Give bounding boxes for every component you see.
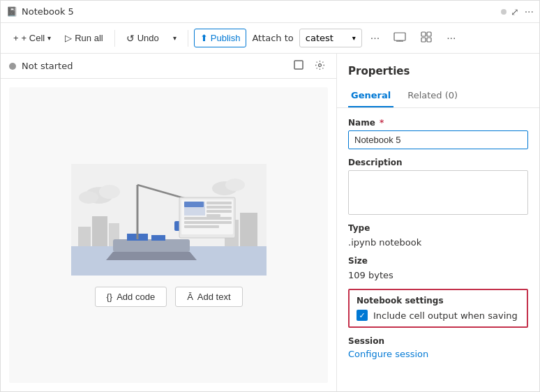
svg-rect-27 [207,202,232,204]
expand-icon[interactable]: ⤢ [511,6,519,17]
svg-point-39 [225,179,245,191]
chevron-down-icon-2: ▾ [173,34,177,42]
compute-icon [393,33,406,45]
status-dot [9,63,16,70]
svg-rect-0 [394,33,405,40]
svg-rect-4 [427,32,431,36]
svg-rect-7 [294,61,303,69]
publish-button[interactable]: ⬆ Publish [194,29,247,47]
attach-dropdown[interactable]: catest ▾ [299,29,362,47]
svg-rect-33 [184,225,219,228]
svg-rect-30 [207,214,220,217]
svg-rect-16 [113,239,190,252]
panel-body: Name * Description Type .ipynb notebook … [337,108,539,369]
notebook-settings-title: Notebook settings [357,296,520,306]
svg-point-37 [79,191,98,204]
illustration-area: {} Add code Ā Add text [9,87,328,383]
svg-rect-32 [184,221,232,224]
divider-1 [114,30,115,47]
cell-buttons: {} Add code Ā Add text [95,287,243,307]
undo-button[interactable]: ↺ Undo [121,29,165,47]
more-button-2[interactable]: ··· [441,29,461,48]
description-label: Description [348,158,528,167]
svg-rect-3 [421,32,426,36]
layout-icon-button[interactable] [414,27,438,50]
tab-related[interactable]: Related (0) [405,84,460,107]
status-bar: Not started [1,54,336,79]
name-input[interactable] [348,130,528,149]
stop-button[interactable] [291,59,306,74]
notebook-canvas: Not started [1,54,337,391]
status-actions [291,59,328,74]
svg-rect-29 [207,210,232,213]
svg-rect-19 [151,235,165,241]
notebook-illustration [71,164,267,276]
properties-panel: Properties General Related (0) Name * De… [337,54,539,391]
compute-icon-button[interactable] [388,27,412,50]
svg-rect-31 [184,217,232,220]
plus-icon: + [13,33,19,43]
attach-to-label: Attach to [249,33,296,43]
name-label: Name * [348,118,528,128]
chevron-down-icon: ▾ [47,34,51,42]
size-label: Size [348,256,528,266]
more-icon[interactable]: ··· [525,6,534,17]
divider-2 [188,30,188,47]
svg-rect-28 [207,206,232,209]
session-section: Session Configure session [348,336,528,359]
code-icon: {} [107,292,113,302]
toolbar: + + Cell ▾ ▷ Run all ↺ Undo ▾ ⬆ Publish … [1,23,539,54]
svg-rect-34 [184,202,204,207]
svg-rect-5 [421,38,426,42]
svg-point-8 [319,63,322,66]
type-label: Type [348,223,528,233]
panel-tabs: General Related (0) [337,84,539,108]
configure-session-link[interactable]: Configure session [348,349,528,359]
description-field-section: Description [348,158,528,215]
play-icon: ▷ [65,33,72,43]
window-title: Notebook 5 [22,6,494,17]
status-text: Not started [22,61,73,71]
include-output-label: Include cell output when saving [373,310,518,321]
type-value: .ipynb notebook [348,237,528,248]
size-value: 109 bytes [348,270,528,280]
upload-icon: ⬆ [200,33,208,43]
notebook-settings-box: Notebook settings Include cell output wh… [348,289,528,328]
svg-point-36 [99,185,120,199]
run-all-button[interactable]: ▷ Run all [59,29,108,47]
cell-button[interactable]: + + Cell ▾ [8,29,57,47]
notebook-icon: 📓 [6,6,17,17]
checkbox-row: Include cell output when saving [357,310,520,321]
size-field-section: Size 109 bytes [348,256,528,280]
add-code-button[interactable]: {} Add code [95,287,167,307]
panel-title: Properties [337,54,539,84]
name-field-section: Name * [348,118,528,149]
add-text-button[interactable]: Ā Add text [175,287,242,307]
include-output-checkbox[interactable] [357,310,368,321]
settings-button[interactable] [312,59,328,74]
type-field-section: Type .ipynb notebook [348,223,528,248]
more-button-1[interactable]: ··· [365,29,385,48]
window-actions: ⤢ ··· [511,6,534,17]
description-input[interactable] [348,170,528,215]
session-label: Session [348,336,528,346]
title-bar: 📓 Notebook 5 ⤢ ··· [1,1,539,23]
svg-rect-6 [427,38,431,42]
unsaved-dot [501,9,507,15]
svg-marker-17 [106,252,197,260]
tab-general[interactable]: General [348,84,393,107]
required-indicator: * [377,118,384,128]
undo-icon: ↺ [126,33,135,44]
text-icon: Ā [187,292,193,302]
layout-icon [420,33,433,45]
main-area: Not started [1,54,539,391]
dropdown-arrow: ▾ [352,34,356,42]
undo-dropdown[interactable]: ▾ [167,31,182,45]
